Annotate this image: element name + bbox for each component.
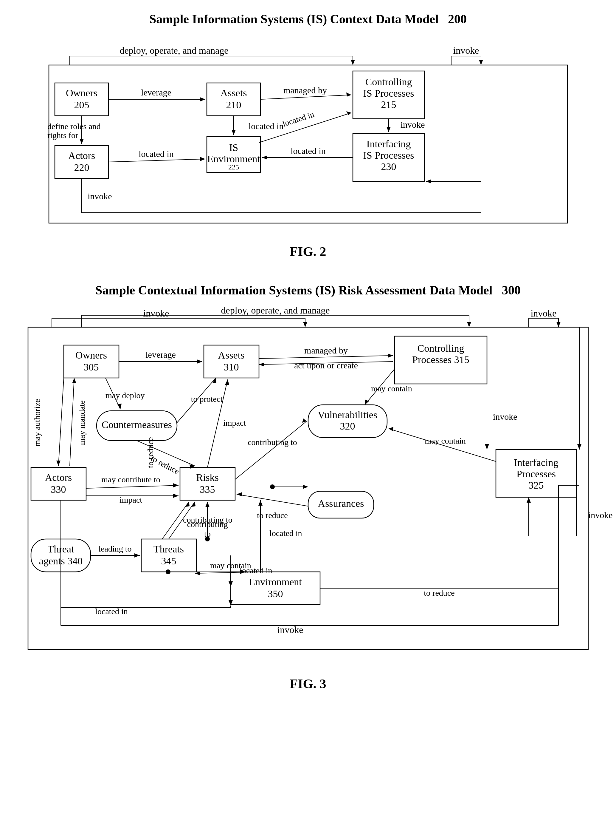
svg-text:contributing to: contributing to [248, 438, 297, 447]
svg-marker-152 [237, 492, 242, 496]
svg-line-151 [237, 494, 308, 506]
svg-text:located in: located in [95, 607, 128, 616]
svg-marker-161 [191, 502, 195, 507]
svg-marker-171 [229, 581, 233, 587]
svg-marker-39 [232, 130, 236, 135]
svg-text:rights for: rights for [47, 131, 78, 140]
svg-text:located in: located in [249, 121, 283, 131]
svg-text:invoke: invoke [400, 120, 425, 129]
svg-text:may contain: may contain [425, 436, 466, 445]
svg-marker-55 [387, 127, 391, 132]
svg-text:325: 325 [528, 480, 544, 491]
svg-text:Risks: Risks [196, 472, 219, 483]
svg-marker-127 [72, 378, 76, 383]
svg-marker-67 [303, 322, 307, 327]
svg-marker-59 [426, 179, 431, 184]
svg-text:IS: IS [229, 142, 238, 153]
svg-text:Actors: Actors [45, 472, 72, 483]
svg-text:located in: located in [139, 149, 173, 159]
svg-text:impact: impact [223, 418, 246, 427]
svg-text:leverage: leverage [145, 350, 176, 359]
svg-marker-115 [197, 359, 202, 363]
svg-marker-166 [134, 553, 140, 558]
svg-text:invoke: invoke [88, 191, 112, 201]
fig3-diagram: invoke deploy, operate, and manage invok… [22, 309, 594, 667]
page-container: Sample Information Systems (IS) Context … [18, 12, 598, 709]
svg-text:Environment: Environment [207, 153, 260, 164]
svg-text:to protect: to protect [191, 394, 223, 404]
svg-text:may mandate: may mandate [77, 400, 87, 445]
svg-text:to reduce: to reduce [424, 588, 455, 597]
svg-marker-9 [479, 60, 483, 65]
svg-text:IS Processes: IS Processes [363, 150, 414, 161]
svg-text:deploy, operate, and manage: deploy, operate, and manage [221, 305, 330, 316]
svg-text:230: 230 [381, 161, 396, 172]
svg-text:located in: located in [290, 146, 326, 156]
svg-text:Assurances: Assurances [318, 498, 364, 509]
svg-text:Controlling: Controlling [365, 76, 412, 87]
svg-marker-42 [79, 139, 84, 144]
svg-text:210: 210 [226, 99, 241, 110]
svg-text:invoke: invoke [588, 510, 613, 520]
svg-marker-77 [556, 322, 560, 327]
svg-text:320: 320 [340, 421, 355, 432]
svg-marker-200 [527, 497, 531, 503]
svg-marker-149 [389, 427, 393, 431]
svg-marker-139 [225, 380, 229, 385]
svg-text:invoke: invoke [453, 45, 479, 56]
svg-text:located in: located in [270, 528, 302, 538]
svg-text:205: 205 [74, 99, 89, 110]
svg-line-142 [235, 421, 307, 480]
svg-text:Vulnerabilities: Vulnerabilities [317, 409, 377, 420]
svg-line-123 [59, 378, 64, 466]
svg-text:invoke: invoke [531, 308, 556, 319]
svg-text:Environment: Environment [249, 576, 302, 587]
svg-text:to reduce: to reduce [146, 437, 155, 468]
svg-text:330: 330 [51, 484, 66, 495]
svg-marker-130 [117, 404, 122, 409]
svg-text:310: 310 [223, 362, 239, 372]
svg-marker-164 [185, 502, 189, 507]
svg-text:leverage: leverage [141, 87, 172, 97]
svg-text:may authorize: may authorize [32, 399, 42, 446]
svg-text:invoke: invoke [143, 308, 169, 319]
svg-text:IS Processes: IS Processes [363, 88, 414, 99]
svg-text:345: 345 [161, 555, 176, 566]
svg-marker-49 [346, 111, 351, 115]
svg-line-154 [86, 485, 179, 488]
svg-marker-46 [200, 157, 205, 161]
fig2-title: Sample Information Systems (IS) Context … [149, 12, 467, 26]
svg-text:invoke: invoke [493, 412, 517, 421]
svg-marker-118 [388, 353, 393, 357]
svg-marker-193 [577, 444, 581, 450]
svg-text:Controlling: Controlling [417, 343, 464, 354]
svg-text:Countermeasures: Countermeasures [101, 419, 172, 430]
svg-text:define roles and: define roles and [47, 122, 101, 131]
svg-text:leading to: leading to [98, 544, 131, 553]
svg-text:Processes 315: Processes 315 [412, 354, 469, 365]
svg-text:may contain: may contain [210, 561, 251, 570]
svg-marker-52 [262, 155, 267, 160]
svg-text:may deploy: may deploy [106, 391, 145, 400]
svg-text:305: 305 [84, 362, 99, 372]
svg-text:Interfacing: Interfacing [514, 457, 558, 468]
svg-text:impact: impact [119, 495, 142, 505]
svg-text:Actors: Actors [68, 150, 95, 161]
svg-text:located in: located in [281, 109, 315, 128]
svg-marker-207 [205, 502, 210, 507]
svg-text:225: 225 [228, 163, 239, 171]
svg-text:335: 335 [199, 484, 215, 495]
svg-text:deploy, operate, and manage: deploy, operate, and manage [119, 45, 228, 56]
svg-text:215: 215 [381, 99, 396, 110]
svg-marker-121 [259, 362, 264, 366]
svg-text:Interfacing: Interfacing [366, 138, 411, 149]
svg-text:managed by: managed by [283, 85, 327, 95]
svg-text:may contain: may contain [371, 384, 412, 393]
fig2-label: FIG. 2 [290, 244, 326, 259]
svg-text:Owners: Owners [75, 350, 107, 360]
fig2-section: Sample Information Systems (IS) Context … [18, 12, 598, 259]
svg-text:Processes: Processes [516, 468, 556, 480]
svg-line-35 [261, 95, 351, 99]
fig3-title: Sample Contextual Information Systems (I… [95, 283, 521, 297]
svg-line-126 [70, 378, 74, 466]
